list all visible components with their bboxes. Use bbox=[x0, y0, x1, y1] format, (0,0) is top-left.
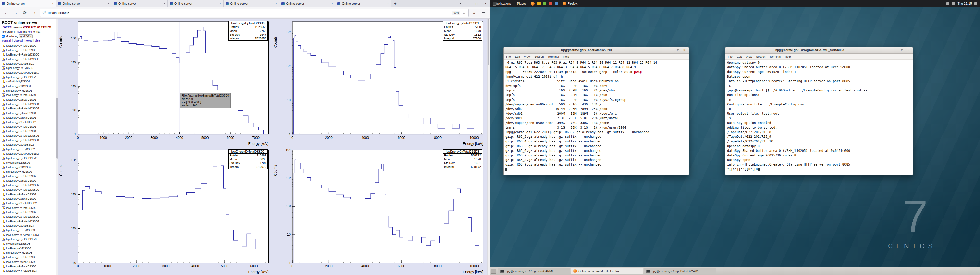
browser-tab[interactable]: Online server× bbox=[335, 0, 391, 7]
terminal-window-carme-sort[interactable]: npg@carme-gsi:~/Programs/CARME_Sort/buil… bbox=[725, 47, 913, 175]
tree-item-lowEnergyEyTotalDSSD3[interactable]: lowEnergyEyTotalDSSD3 bbox=[2, 264, 56, 269]
close-button[interactable]: ✕ bbox=[481, 0, 490, 7]
json-link[interactable]: json bbox=[17, 30, 22, 33]
menu-search[interactable]: Search bbox=[535, 55, 544, 58]
tree-item-highEnergyExEyDSSD3[interactable]: highEnergyExEyDSSD3 bbox=[2, 228, 56, 232]
layout-select[interactable]: grid 2x2 ▾ bbox=[19, 34, 33, 38]
taskbar-button[interactable]: Online server — Mozilla Firefox bbox=[571, 268, 643, 274]
menu-search[interactable]: Search bbox=[756, 55, 765, 58]
reload-icon[interactable]: ⟳ bbox=[21, 10, 28, 16]
new-tab-button[interactable]: + bbox=[391, 0, 399, 7]
tab-close-icon[interactable]: × bbox=[164, 2, 165, 5]
tree-item-lowEnergyExYbarDSSD1[interactable]: lowEnergyExYbarDSSD1 bbox=[2, 97, 56, 102]
tree-item-highEnergyExEyDSSD2[interactable]: highEnergyExEyDSSD2 bbox=[2, 147, 56, 152]
terminal-launcher-icon[interactable] bbox=[493, 2, 496, 6]
sidebar-scrollbar[interactable] bbox=[56, 19, 59, 275]
tree-item-lowEnergyExRate1sDSSD2[interactable]: lowEnergyExRate1sDSSD2 bbox=[2, 183, 56, 187]
bookmark-star-icon[interactable]: ☆ bbox=[463, 11, 466, 15]
tree-item-lowEnergyEyRate1sDSSD0[interactable]: lowEnergyEyRate1sDSSD0 bbox=[2, 52, 56, 57]
tree-item-lowEnergyExEyDSSD3[interactable]: lowEnergyExEyDSSD3 bbox=[2, 224, 56, 228]
zoom-indicator[interactable]: 90% bbox=[452, 11, 460, 15]
tree-item-lowEnergyExTotalDSSD2[interactable]: lowEnergyExTotalDSSD2 bbox=[2, 196, 56, 201]
tree-item-lowEnergyEyRateDSSD1[interactable]: lowEnergyEyRateDSSD1 bbox=[2, 124, 56, 129]
tree-item-xyMultiplicityDSSD3[interactable]: xyMultiplicityDSSD3 bbox=[2, 242, 56, 246]
tree-item-lowEnergyXYDSSD3[interactable]: lowEnergyXYDSSD3 bbox=[2, 246, 56, 251]
tree-item-highEnergyEyDSSDPtar1[interactable]: highEnergyEyDSSDPtar1 bbox=[2, 75, 56, 79]
tree-item-lowEnergyExRateDSSD1[interactable]: lowEnergyExRateDSSD1 bbox=[2, 93, 56, 98]
tree-item-lowEnergyExEyDSSD1[interactable]: lowEnergyExEyDSSD1 bbox=[2, 62, 56, 66]
terminal-output[interactable]: 6.gz R63_7.gz R63_8.gz R63_9.gz R64_0 R6… bbox=[504, 60, 689, 175]
tab-close-icon[interactable]: × bbox=[108, 2, 110, 5]
tab-close-icon[interactable]: × bbox=[52, 2, 54, 5]
list-all-tabs-icon[interactable]: ▾ bbox=[457, 0, 464, 7]
focused-app-indicator[interactable]: Firefox bbox=[563, 2, 577, 5]
tree-item-xyMultiplicityDSSD1[interactable]: xyMultiplicityDSSD1 bbox=[2, 79, 56, 84]
close-button[interactable]: × bbox=[907, 48, 910, 52]
page-scrollbar-thumb[interactable] bbox=[488, 19, 490, 65]
xml-link[interactable]: xml bbox=[28, 30, 32, 33]
tree-item-highEnergyXYDSSD2[interactable]: highEnergyXYDSSD2 bbox=[2, 169, 56, 174]
menu-help[interactable]: Help bbox=[563, 55, 569, 58]
forward-icon[interactable]: → bbox=[12, 10, 19, 15]
sidebar-link-clear[interactable]: clear bbox=[35, 39, 41, 42]
tree-item-lowEnergyExRate1sDSSD1[interactable]: lowEnergyExRate1sDSSD1 bbox=[2, 133, 56, 138]
taskbar-button[interactable]: npg@carme-gsi:~/Programs/CARME... bbox=[498, 268, 570, 274]
tree-item-lowEnergyXYTotalDSSD1[interactable]: lowEnergyXYTotalDSSD1 bbox=[2, 120, 56, 125]
tree-item-lowEnergyEyTotalDSSD1[interactable]: lowEnergyEyTotalDSSD1 bbox=[2, 111, 56, 115]
menu-terminal[interactable]: Terminal bbox=[548, 55, 559, 58]
jsroot-link[interactable]: JSROOT bbox=[2, 26, 13, 29]
overflow-icon[interactable]: » bbox=[471, 10, 478, 15]
menu-view[interactable]: View bbox=[524, 55, 530, 58]
url-text[interactable]: localhost:8085 bbox=[48, 11, 69, 15]
app-icon[interactable] bbox=[555, 2, 558, 5]
terminal-window-tapedata[interactable]: npg@carme-gsi:/TapeData/G22-201 – □ × Fi… bbox=[503, 47, 689, 175]
browser-tab[interactable]: Online server× bbox=[56, 0, 112, 7]
menu-view[interactable]: View bbox=[746, 55, 752, 58]
url-bar[interactable]: ⓘ localhost:8085 90% ☆ bbox=[40, 9, 469, 17]
tree-item-lowEnergyEyRate1sDSSD2[interactable]: lowEnergyEyRate1sDSSD2 bbox=[2, 187, 56, 192]
tree-item-lowEnergyExRate1sDSSD0[interactable]: lowEnergyExRate1sDSSD0 bbox=[2, 57, 56, 62]
tree-item-lowEnergyEyRateDSSD0[interactable]: lowEnergyEyRateDSSD0 bbox=[2, 43, 56, 48]
menu-edit[interactable]: Edit bbox=[515, 55, 520, 58]
menu-terminal[interactable]: Terminal bbox=[770, 55, 781, 58]
tree-item-lowEnergyExYbarDSSD3[interactable]: lowEnergyExYbarDSSD3 bbox=[2, 259, 56, 264]
terminal-titlebar[interactable]: npg@carme-gsi:~/Programs/CARME_Sort/buil… bbox=[725, 47, 913, 54]
minimize-button[interactable]: – bbox=[894, 48, 898, 52]
site-info-icon[interactable]: ⓘ bbox=[43, 10, 46, 15]
page-scrollbar[interactable] bbox=[487, 19, 490, 275]
tree-item-lowEnergyExRateDSSD0[interactable]: lowEnergyExRateDSSD0 bbox=[2, 48, 56, 52]
maximize-button[interactable]: □ bbox=[676, 48, 680, 52]
menu-file[interactable]: File bbox=[506, 55, 511, 58]
tree-item-highEnergyEyDSSDPtar3[interactable]: highEnergyEyDSSDPtar3 bbox=[2, 237, 56, 242]
menu-icon[interactable]: ☰ bbox=[480, 10, 487, 16]
user-menu-icon[interactable] bbox=[974, 2, 977, 5]
minimize-button[interactable]: — bbox=[464, 0, 473, 7]
tree-item-highEnergyXYDSSD1[interactable]: highEnergyXYDSSD1 bbox=[2, 89, 56, 93]
tree-item-lowEnergyEyRate1sDSSD1[interactable]: lowEnergyEyRate1sDSSD1 bbox=[2, 138, 56, 142]
tree-item-lowEnergyExRateDSSD2[interactable]: lowEnergyExRateDSSD2 bbox=[2, 174, 56, 179]
tree-item-lowEnergyExRate1sDSSD2[interactable]: lowEnergyExRate1sDSSD2 bbox=[2, 214, 56, 219]
tree-item-highEnergyExEyDSSD1[interactable]: highEnergyExEyDSSD1 bbox=[2, 66, 56, 70]
clock[interactable]: Thu 22:15 bbox=[958, 2, 972, 5]
home-icon[interactable]: ⌂ bbox=[30, 10, 37, 15]
maximize-button[interactable]: ▢ bbox=[473, 0, 481, 7]
browser-tab[interactable]: Online server× bbox=[112, 0, 168, 7]
stats-box-dssd0[interactable]: lowEnergyEyTotalDSSD0 Entries1525668 Mea… bbox=[228, 21, 268, 41]
tree-item-lowEnergyEyTotalDSSD2[interactable]: lowEnergyEyTotalDSSD2 bbox=[2, 192, 56, 197]
tree-item-lowEnergyExEyPadDSSD2[interactable]: lowEnergyExEyPadDSSD2 bbox=[2, 152, 56, 156]
terminal-output[interactable]: Opening dataspy 0dataSpy Shared buffer a… bbox=[725, 60, 913, 175]
tree-item-lowEnergyExRateDSSD3[interactable]: lowEnergyExRateDSSD3 bbox=[2, 255, 56, 259]
tree-item-xyMultiplicityDSSD2[interactable]: xyMultiplicityDSSD2 bbox=[2, 160, 56, 165]
browser-tab[interactable]: Online server× bbox=[0, 0, 56, 7]
tree-item-lowEnergyEyRate1sDSSD2[interactable]: lowEnergyEyRate1sDSSD2 bbox=[2, 219, 56, 224]
menu-edit[interactable]: Edit bbox=[737, 55, 742, 58]
tree-item-lowEnergyEyRate1sDSSD1[interactable]: lowEnergyEyRate1sDSSD1 bbox=[2, 106, 56, 111]
places-menu[interactable]: Places bbox=[515, 2, 528, 5]
tree-item-lowEnergyExEyDSSD2[interactable]: lowEnergyExEyDSSD2 bbox=[2, 142, 56, 147]
tab-close-icon[interactable]: × bbox=[220, 2, 221, 5]
maximize-button[interactable]: □ bbox=[900, 48, 904, 52]
tree-item-lowEnergyExEyPadDSSD3[interactable]: lowEnergyExEyPadDSSD3 bbox=[2, 232, 56, 237]
minimize-button[interactable]: – bbox=[670, 48, 674, 52]
back-icon[interactable]: ← bbox=[3, 10, 10, 15]
tree-item-lowEnergyEyRateDSSD2[interactable]: lowEnergyEyRateDSSD2 bbox=[2, 205, 56, 210]
